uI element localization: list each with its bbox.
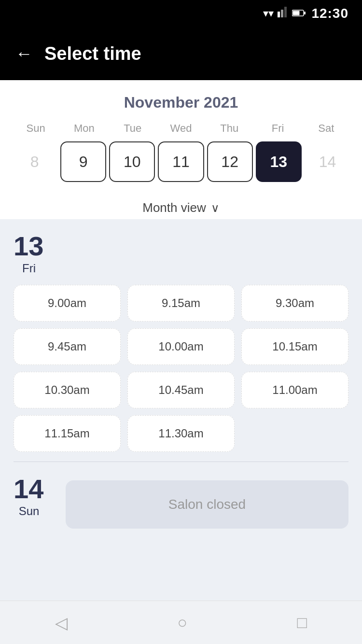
time-slot-1000[interactable]: 10.00am xyxy=(127,328,235,365)
day-cell-8[interactable]: 8 xyxy=(12,141,57,182)
day-header-sun: Sun xyxy=(12,122,60,135)
day-cell-13[interactable]: 13 xyxy=(256,141,302,182)
day-name-13: Fri xyxy=(22,262,36,275)
wifi-icon: ▾▾ xyxy=(263,7,274,20)
svg-rect-5 xyxy=(304,12,306,14)
month-view-label: Month view xyxy=(142,200,206,215)
day-label-col-13: 13 Fri xyxy=(14,233,348,275)
day-name-14: Sun xyxy=(19,504,40,518)
day-cell-14[interactable]: 14 xyxy=(305,141,350,182)
battery-icon xyxy=(292,7,306,20)
day-header-sat: Sat xyxy=(302,122,350,135)
month-view-row[interactable]: Month view ∨ xyxy=(0,192,362,219)
time-slot-1015[interactable]: 10.15am xyxy=(241,328,348,365)
day-header-mon: Mon xyxy=(60,122,108,135)
time-slot-1130[interactable]: 11.30am xyxy=(127,415,235,452)
day-info-13: 13 Fri xyxy=(14,233,44,275)
day-header-fri: Fri xyxy=(253,122,302,135)
svg-rect-2 xyxy=(284,7,287,17)
month-title: November 2021 xyxy=(12,94,350,112)
svg-rect-4 xyxy=(293,11,300,15)
salon-closed-text: Salon closed xyxy=(168,497,246,512)
page-title: Select time xyxy=(44,43,141,64)
time-slot-1045[interactable]: 10.45am xyxy=(127,372,235,408)
day-headers: Sun Mon Tue Wed Thu Fri Sat xyxy=(12,122,350,135)
day-number-13: 13 xyxy=(14,233,44,260)
status-icons: ▾▾ xyxy=(263,7,306,20)
time-slot-1100[interactable]: 11.00am xyxy=(241,372,348,408)
back-button[interactable]: ← xyxy=(15,45,33,62)
day-cell-12[interactable]: 12 xyxy=(207,141,253,182)
day-header-thu: Thu xyxy=(205,122,253,135)
day-cell-9[interactable]: 9 xyxy=(60,141,106,182)
bottom-nav: ◁ ○ □ xyxy=(0,601,362,644)
time-slot-900[interactable]: 9.00am xyxy=(14,285,121,322)
slots-section: 13 Fri 9.00am 9.15am 9.30am 9.45am 10.00… xyxy=(0,219,362,601)
signal-icon xyxy=(278,7,288,20)
day-cell-11[interactable]: 11 xyxy=(158,141,204,182)
day-block-13: 13 Fri 9.00am 9.15am 9.30am 9.45am 10.00… xyxy=(0,219,362,462)
nav-recent-icon[interactable]: □ xyxy=(297,613,307,632)
day-cells: 8 9 10 11 12 13 14 xyxy=(12,141,350,182)
day-cell-10[interactable]: 10 xyxy=(109,141,155,182)
svg-rect-0 xyxy=(278,12,280,17)
time-slot-930[interactable]: 9.30am xyxy=(241,285,348,322)
app-header: ← Select time xyxy=(0,27,362,80)
nav-home-icon[interactable]: ○ xyxy=(177,613,187,632)
day-label-col-14: 14 Sun Salon closed xyxy=(14,476,348,529)
day-header-wed: Wed xyxy=(157,122,205,135)
nav-back-icon[interactable]: ◁ xyxy=(55,613,68,632)
day-info-14: 14 Sun xyxy=(14,476,44,518)
calendar-section: November 2021 Sun Mon Tue Wed Thu Fri Sa… xyxy=(0,80,362,192)
time-slot-945[interactable]: 9.45am xyxy=(14,328,121,365)
salon-closed-box: Salon closed xyxy=(66,480,348,529)
time-grid-13: 9.00am 9.15am 9.30am 9.45am 10.00am 10.1… xyxy=(14,285,348,452)
day-header-tue: Tue xyxy=(109,122,157,135)
status-bar: ▾▾ 12:30 xyxy=(0,0,362,27)
day-block-14: 14 Sun Salon closed xyxy=(0,462,362,538)
day-number-14: 14 xyxy=(14,476,44,503)
status-time: 12:30 xyxy=(311,6,348,21)
time-slot-915[interactable]: 9.15am xyxy=(127,285,235,322)
time-slot-1030[interactable]: 10.30am xyxy=(14,372,121,408)
svg-rect-1 xyxy=(281,10,283,17)
time-slot-1115[interactable]: 11.15am xyxy=(14,415,121,452)
chevron-down-icon[interactable]: ∨ xyxy=(211,201,220,215)
